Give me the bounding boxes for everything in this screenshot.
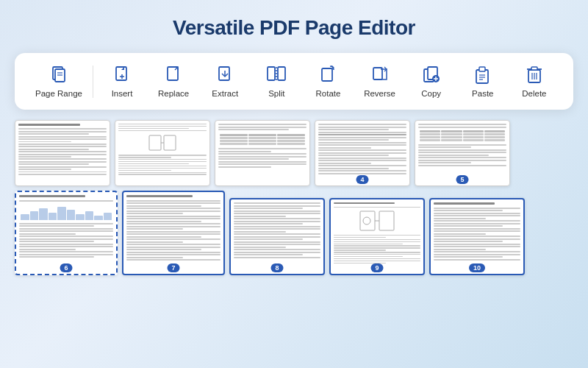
page-range-icon: [49, 65, 69, 85]
toolbar-rotate-label: Rotate: [316, 89, 341, 98]
toolbar-extract-label: Extract: [212, 89, 238, 98]
toolbar-reverse-label: Reverse: [364, 89, 395, 98]
page-thumb-3[interactable]: [215, 120, 310, 186]
toolbar: Page Range Insert Replace: [15, 53, 573, 110]
page-thumb-7[interactable]: 7: [122, 191, 225, 275]
svg-rect-32: [164, 135, 176, 150]
toolbar-page-range-label: Page Range: [35, 89, 82, 98]
toolbar-divider-1: [93, 66, 93, 98]
svg-rect-13: [322, 68, 332, 81]
reverse-icon: [370, 65, 390, 85]
toolbar-copy[interactable]: Copy: [406, 60, 457, 102]
svg-rect-34: [360, 211, 375, 230]
toolbar-paste-label: Paste: [472, 89, 493, 98]
svg-point-36: [363, 217, 370, 224]
svg-rect-11: [278, 67, 285, 80]
insert-icon: [112, 65, 132, 85]
pages-grid: 4: [15, 120, 573, 275]
page-thumb-4[interactable]: 4: [315, 120, 410, 186]
extract-icon: [215, 65, 235, 85]
pages-row-1: 4: [15, 120, 573, 186]
toolbar-page-range[interactable]: Page Range: [28, 60, 90, 102]
paste-icon: [473, 65, 493, 85]
page-thumb-2[interactable]: [115, 120, 210, 186]
delete-icon: [524, 65, 545, 85]
toolbar-extract[interactable]: Extract: [199, 60, 251, 102]
page-title: Versatile PDF Page Editor: [173, 16, 415, 40]
copy-icon: [421, 65, 442, 85]
toolbar-replace-label: Replace: [158, 89, 189, 98]
page-thumb-8[interactable]: 8: [229, 198, 325, 275]
toolbar-replace[interactable]: Replace: [148, 60, 199, 102]
rotate-icon: [318, 65, 338, 85]
toolbar-insert[interactable]: Insert: [96, 60, 148, 102]
svg-rect-27: [531, 67, 537, 70]
toolbar-delete-label: Delete: [522, 89, 546, 98]
page-number-10: 10: [469, 263, 485, 272]
pages-row-2: 6: [15, 191, 573, 275]
replace-icon: [163, 65, 184, 85]
svg-rect-4: [116, 67, 126, 80]
page-thumb-10[interactable]: 10: [429, 198, 525, 275]
toolbar-insert-label: Insert: [112, 89, 133, 98]
toolbar-rotate[interactable]: Rotate: [302, 60, 354, 102]
svg-rect-21: [479, 67, 485, 71]
page-number-6: 6: [60, 263, 72, 272]
page-number-9: 9: [370, 263, 383, 272]
toolbar-split[interactable]: Split: [251, 60, 302, 102]
toolbar-paste[interactable]: Paste: [457, 60, 509, 102]
page-thumb-1[interactable]: [15, 120, 110, 186]
toolbar-copy-label: Copy: [421, 89, 441, 98]
page-number-8: 8: [270, 263, 283, 272]
svg-rect-10: [268, 67, 275, 80]
page-number-4: 4: [356, 175, 368, 184]
split-icon: [266, 65, 287, 85]
toolbar-split-label: Split: [268, 89, 284, 98]
page-thumb-9[interactable]: 9: [329, 198, 425, 275]
toolbar-reverse[interactable]: Reverse: [354, 60, 406, 102]
page-thumb-6[interactable]: 6: [15, 191, 118, 275]
svg-rect-35: [379, 211, 394, 230]
toolbar-delete[interactable]: Delete: [509, 60, 560, 102]
page-number-7: 7: [167, 263, 179, 272]
page-thumb-5[interactable]: 5: [415, 120, 510, 186]
svg-rect-31: [149, 135, 161, 150]
page-number-5: 5: [456, 175, 468, 184]
